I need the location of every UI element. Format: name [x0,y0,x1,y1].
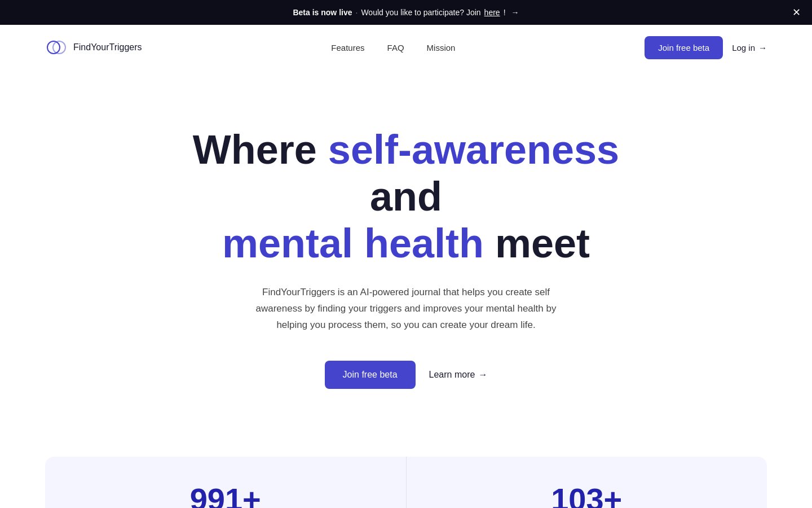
banner-bold-text: Beta is now live [293,8,352,17]
hero-learn-more-label: Learn more [429,370,475,380]
banner-close-button[interactable]: ✕ [792,7,801,17]
banner-content: Beta is now live · Would you like to par… [293,8,519,17]
nav-features-link[interactable]: Features [331,43,364,52]
stat-number-0: 991+ [68,484,383,508]
hero-learn-more-arrow-icon: → [478,370,487,380]
nav-mission-link[interactable]: Mission [427,43,456,52]
nav-login-label: Log in [732,43,755,52]
hero-title-part2: and [370,174,442,219]
stat-number-1: 103+ [429,484,745,508]
hero-join-beta-button[interactable]: Join free beta [325,361,416,389]
banner-arrow-icon: → [511,8,519,17]
hero-description: FindYourTriggers is an AI-powered journa… [248,284,564,334]
nav-login-button[interactable]: Log in → [732,43,767,52]
banner-here-link[interactable]: here [484,8,500,17]
hero-title: Where self-awareness and mental health m… [152,126,660,266]
banner-exclamation: ! [504,8,506,17]
nav-brand-name: FindYourTriggers [73,42,142,52]
announcement-banner: Beta is now live · Would you like to par… [0,0,812,25]
banner-pre-link: Would you like to participate? Join [361,8,480,17]
navbar: FindYourTriggers Features FAQ Mission Jo… [0,25,812,70]
hero-section: Where self-awareness and mental health m… [0,70,812,434]
banner-separator: · [356,8,358,17]
nav-join-beta-button[interactable]: Join free beta [645,36,723,59]
stat-card-1: 103+ Sign-ups [407,457,767,508]
logo-icon [45,36,68,59]
stat-card-0: 991+ Sign-ups [45,457,407,508]
hero-cta: Join free beta Learn more → [325,361,488,389]
stats-section: 991+ Sign-ups 103+ Sign-ups [45,457,767,508]
hero-learn-more-button[interactable]: Learn more → [429,370,488,380]
nav-logo[interactable]: FindYourTriggers [45,36,142,59]
nav-links: Features FAQ Mission [331,43,455,52]
hero-title-part1: Where [193,127,328,172]
hero-title-highlight2: mental health [222,221,484,266]
hero-title-part3: meet [484,221,590,266]
nav-login-arrow-icon: → [758,43,767,52]
nav-faq-link[interactable]: FAQ [387,43,404,52]
nav-actions: Join free beta Log in → [645,36,767,59]
hero-title-highlight1: self-awareness [328,127,619,172]
